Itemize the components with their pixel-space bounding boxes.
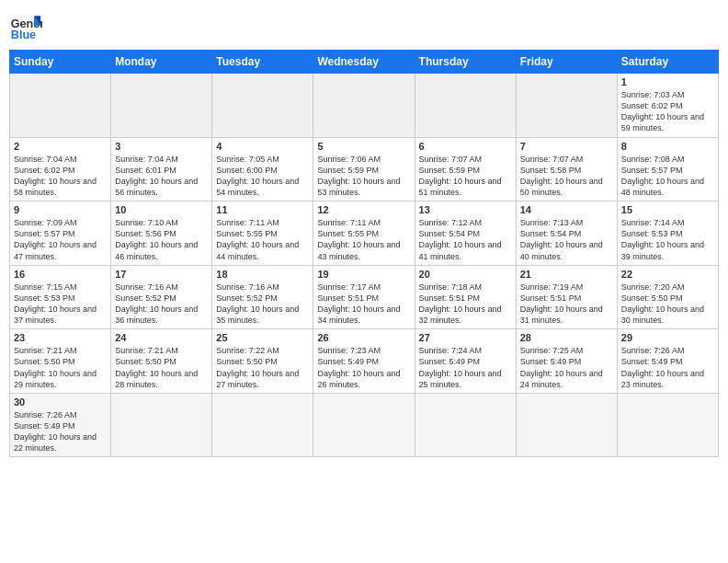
logo-icon: General Blue <box>9 9 42 42</box>
week-row-4: 23Sunrise: 7:21 AM Sunset: 5:50 PM Dayli… <box>10 329 719 394</box>
day-cell <box>111 393 212 457</box>
weekday-header-saturday: Saturday <box>617 51 718 74</box>
week-row-1: 2Sunrise: 7:04 AM Sunset: 6:02 PM Daylig… <box>10 137 719 201</box>
day-info: Sunrise: 7:04 AM Sunset: 6:01 PM Dayligh… <box>115 154 208 199</box>
day-number: 6 <box>419 141 512 152</box>
day-info: Sunrise: 7:17 AM Sunset: 5:51 PM Dayligh… <box>317 282 410 327</box>
day-number: 26 <box>317 332 410 343</box>
day-cell <box>212 74 313 138</box>
day-cell: 9Sunrise: 7:09 AM Sunset: 5:57 PM Daylig… <box>10 201 111 266</box>
day-cell: 8Sunrise: 7:08 AM Sunset: 5:57 PM Daylig… <box>617 137 718 201</box>
day-info: Sunrise: 7:12 AM Sunset: 5:54 PM Dayligh… <box>419 217 512 262</box>
day-info: Sunrise: 7:21 AM Sunset: 5:50 PM Dayligh… <box>115 345 208 390</box>
day-info: Sunrise: 7:07 AM Sunset: 5:58 PM Dayligh… <box>520 154 613 199</box>
day-number: 11 <box>216 204 309 215</box>
day-info: Sunrise: 7:16 AM Sunset: 5:52 PM Dayligh… <box>115 282 208 327</box>
weekday-header-thursday: Thursday <box>415 51 516 74</box>
day-info: Sunrise: 7:03 AM Sunset: 6:02 PM Dayligh… <box>621 89 714 134</box>
day-cell: 24Sunrise: 7:21 AM Sunset: 5:50 PM Dayli… <box>111 329 212 394</box>
calendar: SundayMondayTuesdayWednesdayThursdayFrid… <box>9 50 719 457</box>
day-cell <box>10 74 111 138</box>
day-cell: 2Sunrise: 7:04 AM Sunset: 6:02 PM Daylig… <box>10 137 111 201</box>
day-info: Sunrise: 7:23 AM Sunset: 5:49 PM Dayligh… <box>317 345 410 390</box>
day-cell <box>111 74 212 138</box>
week-row-0: 1Sunrise: 7:03 AM Sunset: 6:02 PM Daylig… <box>10 74 719 138</box>
day-number: 7 <box>520 141 613 152</box>
weekday-header-friday: Friday <box>516 51 617 74</box>
day-number: 15 <box>621 204 714 215</box>
day-info: Sunrise: 7:21 AM Sunset: 5:50 PM Dayligh… <box>14 345 107 390</box>
day-number: 2 <box>14 141 107 152</box>
day-info: Sunrise: 7:24 AM Sunset: 5:49 PM Dayligh… <box>419 345 512 390</box>
day-cell: 7Sunrise: 7:07 AM Sunset: 5:58 PM Daylig… <box>516 137 617 201</box>
day-cell <box>617 393 718 457</box>
day-info: Sunrise: 7:05 AM Sunset: 6:00 PM Dayligh… <box>216 154 309 199</box>
page: General Blue SundayMondayTuesdayWednesda… <box>0 0 728 563</box>
day-cell <box>415 74 516 138</box>
day-cell <box>313 74 415 138</box>
week-row-2: 9Sunrise: 7:09 AM Sunset: 5:57 PM Daylig… <box>10 201 719 266</box>
day-cell: 11Sunrise: 7:11 AM Sunset: 5:55 PM Dayli… <box>212 201 313 266</box>
day-number: 5 <box>317 141 410 152</box>
day-number: 8 <box>621 141 714 152</box>
day-number: 19 <box>317 269 410 280</box>
day-number: 12 <box>317 204 410 215</box>
day-number: 16 <box>14 269 107 280</box>
header: General Blue <box>9 9 719 42</box>
week-row-5: 30Sunrise: 7:26 AM Sunset: 5:49 PM Dayli… <box>10 393 719 457</box>
day-cell: 12Sunrise: 7:11 AM Sunset: 5:55 PM Dayli… <box>313 201 415 266</box>
day-cell: 26Sunrise: 7:23 AM Sunset: 5:49 PM Dayli… <box>313 329 415 394</box>
day-info: Sunrise: 7:10 AM Sunset: 5:56 PM Dayligh… <box>115 217 208 262</box>
day-number: 1 <box>621 76 714 87</box>
day-number: 21 <box>520 269 613 280</box>
day-cell: 17Sunrise: 7:16 AM Sunset: 5:52 PM Dayli… <box>111 265 212 329</box>
day-number: 20 <box>419 269 512 280</box>
day-number: 30 <box>14 396 107 408</box>
day-cell: 29Sunrise: 7:26 AM Sunset: 5:49 PM Dayli… <box>617 329 718 394</box>
day-number: 28 <box>520 332 613 343</box>
weekday-header-sunday: Sunday <box>10 51 111 74</box>
day-cell: 30Sunrise: 7:26 AM Sunset: 5:49 PM Dayli… <box>10 393 111 457</box>
day-number: 9 <box>14 204 107 215</box>
day-info: Sunrise: 7:19 AM Sunset: 5:51 PM Dayligh… <box>520 282 613 327</box>
day-info: Sunrise: 7:22 AM Sunset: 5:50 PM Dayligh… <box>216 345 309 390</box>
day-cell: 25Sunrise: 7:22 AM Sunset: 5:50 PM Dayli… <box>212 329 313 394</box>
day-info: Sunrise: 7:15 AM Sunset: 5:53 PM Dayligh… <box>14 282 107 327</box>
day-info: Sunrise: 7:09 AM Sunset: 5:57 PM Dayligh… <box>14 217 107 262</box>
day-cell: 20Sunrise: 7:18 AM Sunset: 5:51 PM Dayli… <box>415 265 516 329</box>
day-number: 13 <box>419 204 512 215</box>
day-info: Sunrise: 7:26 AM Sunset: 5:49 PM Dayligh… <box>14 409 107 454</box>
day-number: 25 <box>216 332 309 343</box>
day-info: Sunrise: 7:11 AM Sunset: 5:55 PM Dayligh… <box>216 217 309 262</box>
weekday-header-monday: Monday <box>111 51 212 74</box>
day-number: 3 <box>115 141 208 152</box>
week-row-3: 16Sunrise: 7:15 AM Sunset: 5:53 PM Dayli… <box>10 265 719 329</box>
day-info: Sunrise: 7:16 AM Sunset: 5:52 PM Dayligh… <box>216 282 309 327</box>
day-cell <box>415 393 516 457</box>
day-cell: 27Sunrise: 7:24 AM Sunset: 5:49 PM Dayli… <box>415 329 516 394</box>
day-cell: 22Sunrise: 7:20 AM Sunset: 5:50 PM Dayli… <box>617 265 718 329</box>
day-number: 14 <box>520 204 613 215</box>
day-number: 29 <box>621 332 714 343</box>
day-cell: 4Sunrise: 7:05 AM Sunset: 6:00 PM Daylig… <box>212 137 313 201</box>
day-number: 22 <box>621 269 714 280</box>
day-cell <box>212 393 313 457</box>
day-info: Sunrise: 7:18 AM Sunset: 5:51 PM Dayligh… <box>419 282 512 327</box>
day-cell: 10Sunrise: 7:10 AM Sunset: 5:56 PM Dayli… <box>111 201 212 266</box>
day-cell: 19Sunrise: 7:17 AM Sunset: 5:51 PM Dayli… <box>313 265 415 329</box>
day-cell: 1Sunrise: 7:03 AM Sunset: 6:02 PM Daylig… <box>617 74 718 138</box>
day-number: 17 <box>115 269 208 280</box>
day-info: Sunrise: 7:20 AM Sunset: 5:50 PM Dayligh… <box>621 282 714 327</box>
day-cell: 14Sunrise: 7:13 AM Sunset: 5:54 PM Dayli… <box>516 201 617 266</box>
weekday-header-tuesday: Tuesday <box>212 51 313 74</box>
weekday-header-wednesday: Wednesday <box>313 51 415 74</box>
day-info: Sunrise: 7:08 AM Sunset: 5:57 PM Dayligh… <box>621 154 714 199</box>
day-number: 23 <box>14 332 107 343</box>
day-info: Sunrise: 7:06 AM Sunset: 5:59 PM Dayligh… <box>317 154 410 199</box>
day-number: 24 <box>115 332 208 343</box>
day-info: Sunrise: 7:07 AM Sunset: 5:59 PM Dayligh… <box>419 154 512 199</box>
day-number: 4 <box>216 141 309 152</box>
day-cell: 28Sunrise: 7:25 AM Sunset: 5:49 PM Dayli… <box>516 329 617 394</box>
svg-text:Blue: Blue <box>11 29 36 41</box>
day-number: 10 <box>115 204 208 215</box>
